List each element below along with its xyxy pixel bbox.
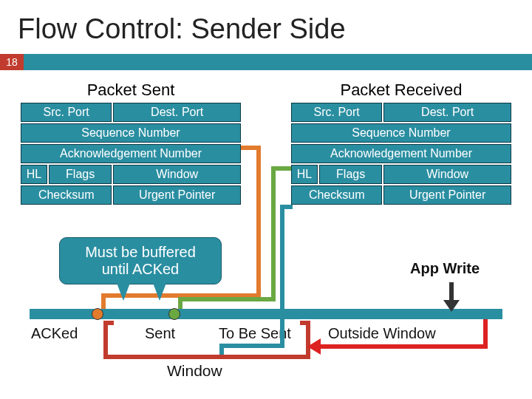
label-acked: ACKed — [31, 325, 78, 342]
field-flags: Flags — [49, 165, 112, 184]
app-write-arrow-head-icon — [443, 300, 460, 312]
field-dest-port: Dest. Port — [383, 103, 511, 122]
packet-columns: Packet Sent Src. Port Dest. Port Sequenc… — [0, 70, 532, 205]
window-bracket — [300, 321, 310, 325]
outside-window-arrow — [483, 319, 488, 347]
field-sequence-number: Sequence Number — [291, 123, 511, 143]
label-outside: Outside Window — [328, 325, 436, 342]
field-flags: Flags — [319, 165, 382, 184]
field-sequence-number: Sequence Number — [21, 123, 241, 143]
marker-sent — [168, 308, 180, 320]
buffer-callout: Must be buffered until ACKed — [59, 237, 222, 284]
field-checksum: Checksum — [21, 185, 112, 205]
outside-window-arrow-head-icon — [307, 338, 321, 355]
slide-number-badge: 18 — [0, 54, 24, 70]
field-hl: HL — [291, 165, 318, 184]
packet-received-column: Packet Received Src. Port Dest. Port Seq… — [291, 81, 511, 205]
window-bracket — [103, 321, 114, 325]
field-urgent-pointer: Urgent Pointer — [383, 185, 511, 205]
field-window: Window — [383, 165, 511, 184]
field-urgent-pointer: Urgent Pointer — [113, 185, 241, 205]
window-bracket — [103, 355, 310, 359]
field-window: Window — [113, 165, 241, 184]
field-dest-port: Dest. Port — [113, 103, 241, 122]
outside-window-arrow — [318, 344, 488, 349]
label-tobesent: To Be Sent — [219, 325, 291, 342]
callout-tail-icon — [153, 283, 166, 301]
divider-band: 18 — [0, 54, 532, 70]
field-checksum: Checksum — [291, 185, 382, 205]
callout-tail-icon — [117, 283, 130, 301]
slide-title: Flow Control: Sender Side — [0, 0, 532, 54]
app-write-label: App Write — [410, 260, 480, 277]
packet-sent-title: Packet Sent — [21, 81, 241, 100]
window-bracket — [103, 321, 108, 356]
tcp-header-sent: Src. Port Dest. Port Sequence Number Ack… — [21, 103, 241, 205]
field-src-port: Src. Port — [291, 103, 382, 122]
tcp-header-received: Src. Port Dest. Port Sequence Number Ack… — [291, 103, 511, 205]
field-src-port: Src. Port — [21, 103, 112, 122]
label-sent: Sent — [145, 325, 175, 342]
packet-received-title: Packet Received — [291, 81, 511, 100]
field-hl: HL — [21, 165, 47, 184]
field-ack-number: Acknowledgement Number — [21, 144, 241, 163]
callout-line2: until ACKed — [60, 261, 221, 278]
marker-acked — [92, 308, 103, 320]
window-bracket-label: Window — [167, 362, 222, 380]
field-ack-number: Acknowledgement Number — [291, 144, 511, 163]
packet-sent-column: Packet Sent Src. Port Dest. Port Sequenc… — [21, 81, 241, 205]
callout-line1: Must be buffered — [60, 244, 221, 261]
